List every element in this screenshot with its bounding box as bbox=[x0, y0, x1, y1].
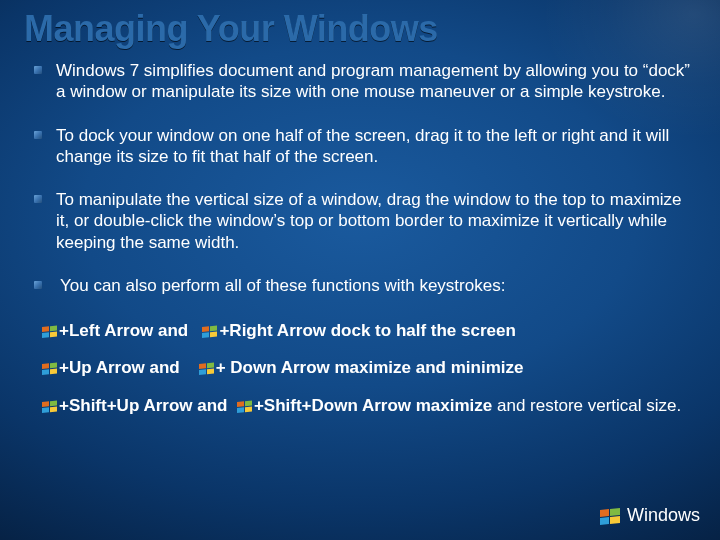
svg-rect-11 bbox=[50, 369, 57, 375]
svg-rect-0 bbox=[42, 326, 49, 332]
bullet-item: To manipulate the vertical size of a win… bbox=[32, 189, 692, 253]
svg-rect-15 bbox=[207, 369, 214, 375]
svg-rect-17 bbox=[50, 400, 57, 406]
keystroke-row: +Up Arrow and + Down Arrow maximize and … bbox=[42, 357, 696, 378]
svg-rect-26 bbox=[600, 517, 609, 525]
footer-product-name: Windows bbox=[627, 505, 700, 526]
svg-rect-21 bbox=[245, 400, 252, 406]
svg-rect-5 bbox=[210, 325, 217, 331]
windows-key-icon bbox=[42, 399, 58, 413]
windows-key-icon bbox=[202, 324, 218, 338]
windows-key-icon bbox=[42, 361, 58, 375]
svg-rect-23 bbox=[245, 406, 252, 412]
keystroke-row: +Left Arrow and +Right Arrow dock to hal… bbox=[42, 320, 696, 341]
bullet-item: Windows 7 simplifies document and progra… bbox=[32, 60, 692, 103]
bullet-item: You can also perform all of these functi… bbox=[32, 275, 692, 296]
svg-rect-18 bbox=[42, 407, 49, 413]
keystroke-text: +Right Arrow dock to half the screen bbox=[219, 321, 515, 340]
windows-key-icon bbox=[42, 324, 58, 338]
svg-rect-6 bbox=[202, 332, 209, 338]
svg-rect-2 bbox=[42, 332, 49, 338]
keystroke-text: +Shift+Down Arrow maximize bbox=[254, 396, 492, 415]
keystroke-text-tail: and restore vertical size. bbox=[492, 396, 681, 415]
svg-rect-24 bbox=[600, 509, 609, 517]
slide-title: Managing Your Windows bbox=[24, 8, 696, 50]
keystroke-list: +Left Arrow and +Right Arrow dock to hal… bbox=[24, 318, 696, 416]
svg-rect-13 bbox=[207, 363, 214, 369]
svg-rect-7 bbox=[210, 331, 217, 337]
keystroke-text: +Up Arrow and bbox=[59, 358, 180, 377]
bullet-list: Windows 7 simplifies document and progra… bbox=[24, 60, 696, 296]
bullet-item: To dock your window on one half of the s… bbox=[32, 125, 692, 168]
svg-rect-20 bbox=[237, 401, 244, 407]
svg-rect-14 bbox=[199, 370, 206, 376]
footer-logo: Windows bbox=[600, 505, 700, 526]
windows-key-icon bbox=[237, 399, 253, 413]
svg-rect-25 bbox=[610, 507, 620, 515]
keystroke-row: +Shift+Up Arrow and +Shift+Down Arrow ma… bbox=[42, 395, 696, 416]
keystroke-text: + Down Arrow maximize and minimize bbox=[216, 358, 524, 377]
svg-rect-10 bbox=[42, 370, 49, 376]
windows-logo-icon bbox=[600, 506, 622, 526]
keystroke-text: +Left Arrow and bbox=[59, 321, 188, 340]
svg-rect-19 bbox=[50, 406, 57, 412]
svg-rect-1 bbox=[50, 325, 57, 331]
svg-rect-22 bbox=[237, 407, 244, 413]
svg-rect-9 bbox=[50, 363, 57, 369]
windows-key-icon bbox=[199, 361, 215, 375]
slide: Managing Your Windows Windows 7 simplifi… bbox=[0, 0, 720, 540]
svg-rect-8 bbox=[42, 364, 49, 370]
svg-rect-12 bbox=[199, 364, 206, 370]
svg-rect-16 bbox=[42, 401, 49, 407]
svg-rect-3 bbox=[50, 331, 57, 337]
svg-rect-4 bbox=[202, 326, 209, 332]
svg-rect-27 bbox=[610, 515, 620, 523]
keystroke-text: +Shift+Up Arrow and bbox=[59, 396, 227, 415]
